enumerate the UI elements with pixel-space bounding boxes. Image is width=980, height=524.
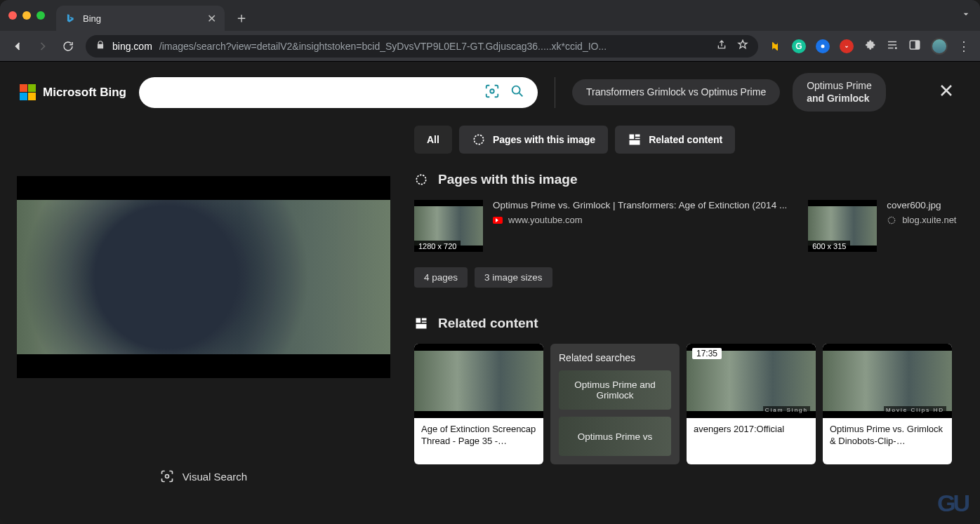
browser-tab[interactable]: Bing ✕: [56, 6, 225, 31]
image-placeholder: [17, 200, 390, 354]
profile-avatar[interactable]: [931, 38, 948, 55]
new-tab-button[interactable]: ＋: [234, 8, 249, 27]
extension-icon-4[interactable]: [840, 39, 854, 53]
reload-button[interactable]: [60, 39, 76, 54]
forward-button[interactable]: [35, 39, 51, 54]
search-icon[interactable]: [510, 83, 525, 102]
lock-icon: [95, 40, 105, 52]
page-result[interactable]: 1280 x 720 Optimus Prime vs. Grimlock | …: [414, 200, 787, 252]
tabs-dropdown-icon[interactable]: [960, 8, 972, 22]
video-duration: 17:35: [692, 348, 722, 359]
result-source: blog.xuite.net: [902, 215, 956, 225]
share-icon[interactable]: [716, 39, 727, 53]
svg-rect-15: [422, 318, 427, 321]
svg-point-0: [821, 44, 825, 48]
divider: [555, 77, 555, 108]
related-card[interactable]: Age of Extinction Screencap Thread - Pag…: [414, 344, 543, 464]
youtube-icon: [493, 217, 503, 224]
url-domain: bing.com: [112, 41, 152, 52]
svg-rect-17: [416, 324, 427, 329]
extension-icon-3[interactable]: [816, 39, 830, 53]
close-window[interactable]: [8, 11, 17, 20]
tab-all[interactable]: All: [414, 126, 452, 154]
related-section-title: Related content: [414, 316, 960, 331]
svg-rect-11: [630, 140, 640, 145]
page-result[interactable]: 600 x 315 cover600.jpg blog.xuite.net: [808, 200, 956, 252]
watermark: Movie Clips HD: [884, 406, 946, 414]
related-pill-1[interactable]: Transformers Grimlock vs Optimus Prime: [572, 79, 780, 106]
visual-search-icon[interactable]: [484, 83, 500, 102]
window-controls[interactable]: [8, 11, 45, 20]
watermark: Ciam Singh: [763, 406, 810, 414]
svg-point-12: [416, 175, 425, 184]
back-button[interactable]: [10, 39, 25, 54]
tab-title: Bing: [83, 13, 101, 24]
related-card[interactable]: 17:35 Ciam Singh avengers 2017:Official: [687, 344, 816, 464]
logo-text: Microsoft Bing: [43, 86, 126, 100]
bing-favicon-icon: [65, 13, 76, 24]
side-panel-icon[interactable]: [908, 39, 921, 54]
url-path: /images/search?view=detailV2&insightstok…: [159, 41, 607, 52]
related-searches: Related searches Optimus Prime and Griml…: [550, 344, 680, 464]
related-caption: Optimus Prime vs. Grimlock & Dinobots-Cl…: [823, 418, 952, 453]
close-tab-icon[interactable]: ✕: [207, 12, 216, 25]
svg-rect-14: [416, 318, 421, 323]
svg-rect-9: [635, 135, 640, 137]
extensions-puzzle-icon[interactable]: [863, 39, 876, 54]
svg-point-1: [895, 47, 897, 49]
extension-icon-1[interactable]: [768, 39, 782, 53]
sizes-count-chip[interactable]: 3 image sizes: [475, 267, 552, 288]
result-source: www.youtube.com: [508, 215, 583, 225]
svg-point-6: [165, 475, 168, 478]
tab-related-content[interactable]: Related content: [615, 126, 735, 154]
microsoft-logo-icon: [20, 84, 36, 100]
svg-point-7: [474, 135, 483, 144]
pages-count-chip[interactable]: 4 pages: [414, 267, 468, 288]
result-title[interactable]: cover600.jpg: [887, 200, 956, 210]
svg-rect-10: [635, 138, 640, 140]
related-caption: Age of Extinction Screencap Thread - Pag…: [414, 418, 543, 453]
related-pill-2[interactable]: Optimus Prime and Grimlock: [793, 73, 886, 112]
visual-search-button[interactable]: Visual Search: [160, 469, 247, 483]
browser-menu-icon[interactable]: ⋮: [958, 39, 970, 54]
grammarly-icon[interactable]: G: [792, 39, 806, 53]
bing-logo[interactable]: Microsoft Bing: [20, 84, 126, 100]
bookmark-icon[interactable]: [737, 39, 748, 53]
search-input[interactable]: [152, 86, 475, 98]
minimize-window[interactable]: [22, 11, 31, 20]
close-detail-button[interactable]: [932, 76, 960, 109]
related-searches-label: Related searches: [559, 352, 671, 363]
result-thumbnail: 600 x 315: [808, 200, 877, 252]
svg-rect-8: [630, 135, 635, 140]
site-watermark: GU: [937, 490, 967, 517]
svg-point-13: [888, 217, 894, 223]
visual-search-label: Visual Search: [183, 471, 247, 483]
search-box[interactable]: [139, 77, 538, 108]
related-search-item[interactable]: Optimus Prime vs: [559, 417, 671, 456]
address-bar[interactable]: bing.com /images/search?view=detailV2&in…: [86, 35, 758, 58]
result-title[interactable]: Optimus Prime vs. Grimlock | Transformer…: [493, 200, 787, 210]
reading-list-icon[interactable]: [886, 39, 899, 54]
result-thumbnail: 1280 x 720: [414, 200, 483, 252]
svg-point-4: [490, 89, 494, 93]
link-icon: [887, 215, 896, 225]
tab-pages-with-image[interactable]: Pages with this image: [459, 126, 608, 154]
related-search-item[interactable]: Optimus Prime and Grimlock: [559, 370, 671, 410]
maximize-window[interactable]: [37, 11, 45, 20]
image-dimensions: 1280 x 720: [414, 241, 461, 252]
related-caption: avengers 2017:Official: [687, 418, 816, 441]
pages-section-title: Pages with this image: [414, 172, 960, 187]
image-dimensions: 600 x 315: [808, 241, 850, 252]
main-image[interactable]: [17, 176, 390, 378]
svg-rect-16: [422, 322, 427, 323]
related-card[interactable]: Movie Clips HD Optimus Prime vs. Grimloc…: [823, 344, 952, 464]
svg-rect-3: [915, 41, 920, 49]
svg-point-5: [512, 86, 520, 93]
